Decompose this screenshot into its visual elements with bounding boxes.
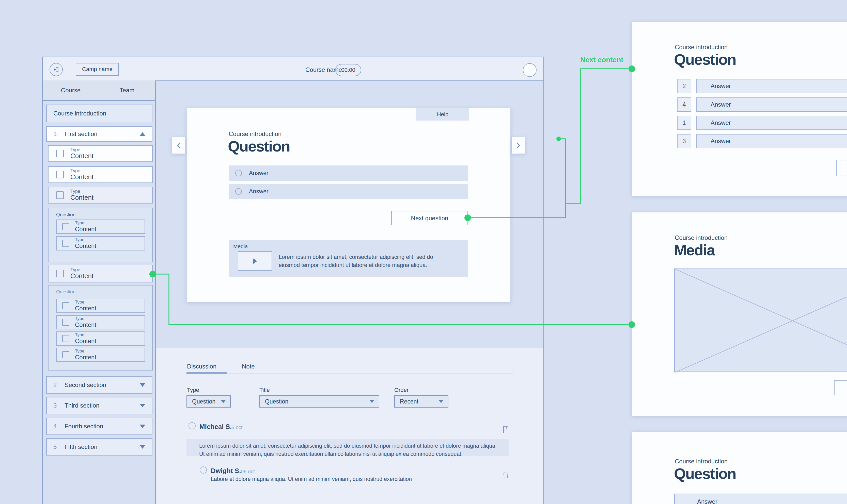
answer-row[interactable]: Answer	[696, 97, 847, 112]
chevron-up-icon	[140, 132, 145, 136]
panel-next-button-cutoff[interactable]	[836, 160, 847, 176]
type-label: Type	[75, 220, 96, 226]
content-item[interactable]: TypeContent	[48, 145, 153, 162]
order-dropdown[interactable]: Recent	[394, 395, 448, 408]
camp-name-button[interactable]: Camp name	[76, 63, 119, 76]
comment-avatar	[200, 466, 207, 473]
answer-option[interactable]: Answer	[229, 165, 468, 181]
content-label: Content	[70, 152, 93, 160]
tab-course[interactable]: Course	[42, 80, 99, 101]
chevron-left-icon	[176, 142, 180, 149]
content-item[interactable]: TypeContent	[56, 236, 145, 251]
radio-icon[interactable]	[235, 170, 242, 176]
checkbox[interactable]	[62, 302, 69, 309]
content-label: Content	[70, 173, 93, 181]
checkbox[interactable]	[62, 335, 69, 342]
checkbox[interactable]	[62, 351, 69, 358]
question-group: Question TypeContent TypeContent	[48, 208, 153, 262]
checkbox[interactable]	[62, 223, 69, 230]
comment-date: 06 oct	[241, 469, 255, 474]
chevron-down-icon	[221, 400, 226, 403]
trash-icon[interactable]	[502, 471, 509, 479]
content-label: Content	[75, 338, 96, 345]
content-item[interactable]: TypeContent	[56, 348, 145, 362]
checkbox[interactable]	[62, 240, 69, 247]
avatar[interactable]	[523, 63, 537, 77]
content-item[interactable]: TypeContent	[48, 166, 153, 183]
type-label: Type	[75, 349, 96, 354]
content-item[interactable]: TypeContent	[56, 331, 145, 346]
chevron-right-icon	[517, 142, 521, 149]
sidebar-section-1[interactable]: 1 First section	[46, 126, 152, 142]
answer-number-value: 4	[682, 101, 686, 108]
content-item[interactable]: TypeContent	[48, 187, 153, 203]
checkbox[interactable]	[56, 191, 64, 199]
type-label: Type	[70, 168, 93, 174]
active-tab-underline	[187, 372, 227, 374]
tab-discussion-label: Discussion	[187, 363, 217, 370]
answer-row[interactable]: Answer	[696, 79, 847, 93]
title-dropdown[interactable]: Question	[259, 395, 379, 408]
logout-button[interactable]	[50, 63, 63, 76]
tab-team[interactable]: Team	[99, 80, 156, 101]
answer-row[interactable]: Answer	[674, 493, 847, 504]
section-number: 3	[53, 402, 65, 409]
section-number: 4	[53, 423, 65, 430]
content-item[interactable]: TypeContent	[56, 219, 145, 234]
sidebar-section-4[interactable]: 4 Fourth section	[46, 418, 152, 435]
prev-slide-button[interactable]	[172, 137, 185, 154]
sidebar-item-course-introduction[interactable]: Course introduction	[46, 105, 152, 122]
content-item-linked[interactable]: TypeContent	[48, 265, 153, 283]
panel-title: Media	[674, 241, 715, 259]
panel-media-next: Course introduction Media	[632, 212, 847, 416]
flag-icon[interactable]	[502, 425, 508, 433]
type-dropdown[interactable]: Question	[187, 395, 231, 408]
checkbox[interactable]	[56, 270, 64, 277]
media-block: Media Lorem ipsum dolor sit amet, consec…	[229, 240, 468, 277]
next-question-button[interactable]: Next question	[391, 211, 468, 226]
answer-number-value: 2	[682, 83, 686, 90]
sidebar-section-5[interactable]: 5 Fifth section	[46, 438, 152, 455]
help-button[interactable]: Help	[416, 108, 469, 121]
sidebar-section-2[interactable]: 2 Second section	[46, 376, 152, 394]
checkbox[interactable]	[62, 319, 69, 326]
radio-icon[interactable]	[235, 188, 242, 195]
chevron-down-icon	[140, 445, 145, 449]
content-label: Content	[75, 321, 96, 328]
timer-value: 00:00	[341, 67, 355, 73]
comment-author: Micheal S.	[200, 423, 232, 431]
answer-number-value: 1	[682, 119, 686, 126]
comment-date: 06 oct	[229, 425, 242, 430]
tab-discussion[interactable]: Discussion	[187, 363, 217, 370]
answer-row[interactable]: Answer	[696, 134, 847, 148]
answer-option[interactable]: Answer	[229, 184, 468, 199]
next-slide-button[interactable]	[512, 137, 525, 154]
sidebar-section-3[interactable]: 3 Third section	[46, 397, 152, 414]
type-label: Type	[75, 237, 96, 242]
comment-author: Dwight S.	[211, 467, 241, 475]
type-label: Type	[75, 316, 96, 321]
tab-note[interactable]: Note	[242, 363, 255, 370]
content-label: Content	[70, 272, 93, 280]
logout-icon	[53, 66, 59, 73]
filter-title-label: Title	[259, 387, 270, 393]
answer-number-value: 3	[682, 138, 686, 145]
help-label: Help	[437, 111, 448, 118]
title-dropdown-value: Question	[265, 398, 288, 405]
slide-kicker: Course introduction	[229, 130, 281, 138]
panel-next-button-cutoff[interactable]	[834, 380, 847, 395]
checkbox[interactable]	[56, 150, 64, 157]
answer-row[interactable]: Answer	[696, 116, 847, 130]
content-item[interactable]: TypeContent	[56, 315, 145, 329]
media-play-button[interactable]	[238, 251, 272, 271]
panel-kicker: Course introduction	[675, 44, 728, 51]
type-label: Type	[70, 147, 93, 152]
checkbox[interactable]	[56, 171, 64, 178]
content-item[interactable]: TypeContent	[56, 299, 145, 313]
connector-dot[interactable]	[556, 137, 561, 141]
panel-title: Question	[674, 465, 736, 482]
camp-name-label: Camp name	[82, 66, 113, 73]
section-label: Third section	[65, 402, 140, 409]
question-group: Question TypeContent TypeContent TypeCon…	[48, 285, 153, 371]
tab-note-label: Note	[242, 363, 255, 370]
